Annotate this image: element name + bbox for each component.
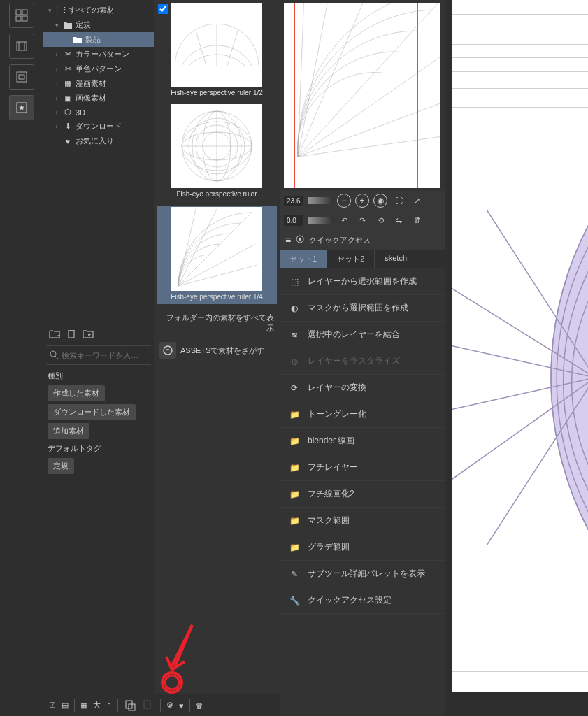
tab-set1[interactable]: セット1 <box>280 250 327 268</box>
tree-root[interactable]: ▾⋮⋮すべての素材 <box>43 3 154 17</box>
rotate-ccw-icon[interactable]: ↶ <box>337 213 351 227</box>
zoom-out-button[interactable]: − <box>337 194 351 208</box>
qa-item-gradient-range[interactable]: 📁グラデ範囲 <box>280 534 445 561</box>
flip-vertical-icon[interactable]: ⇵ <box>410 213 424 227</box>
navigator-preview[interactable] <box>280 0 445 191</box>
qa-item-layer-selection[interactable]: ⬚レイヤーから選択範囲を作成 <box>280 268 445 295</box>
heart-icon[interactable]: ♥ <box>179 701 184 710</box>
canvas[interactable] <box>445 0 588 716</box>
tree-folder-ruler[interactable]: ▾定規 <box>43 17 154 32</box>
list-view-icon[interactable]: ▤ <box>62 701 69 710</box>
qa-item-mask-selection[interactable]: ◐マスクから選択範囲を作成 <box>280 295 445 322</box>
chip-ruler[interactable]: 定規 <box>48 458 74 474</box>
tree-mono-pattern[interactable]: ›✂単色パターン <box>43 62 154 76</box>
qa-item-rasterize[interactable]: ◍レイヤーをラスタライズ <box>280 348 445 375</box>
svg-rect-3 <box>22 16 27 21</box>
angle-slider[interactable] <box>308 217 333 224</box>
svg-line-40 <box>298 3 305 157</box>
tab-set2[interactable]: セット2 <box>327 250 375 268</box>
tree-label: すべての素材 <box>69 5 115 15</box>
menu-icon[interactable]: ≡ <box>285 234 291 245</box>
asset-checkbox-3[interactable] <box>158 4 168 14</box>
qa-item-qa-settings[interactable]: 🔧クイックアクセス設定 <box>280 587 445 614</box>
svg-text:+: + <box>57 332 60 338</box>
app-icon-film[interactable] <box>9 34 34 59</box>
tree-label: 漫画素材 <box>76 78 106 89</box>
trash-icon[interactable]: 🗑 <box>196 701 203 710</box>
qa-item-edge-line2[interactable]: 📁フチ線画化2 <box>280 481 445 508</box>
qa-item-edge-layer[interactable]: 📁フチレイヤー <box>280 454 445 481</box>
tree-label: ダウンロード <box>76 121 122 131</box>
tree-download[interactable]: ›⬇ダウンロード <box>43 119 154 134</box>
tree-folder-product[interactable]: 製品 <box>43 32 154 47</box>
chip-created[interactable]: 作成した素材 <box>48 385 105 401</box>
assets-search-link[interactable]: ASSETSで素材をさがす <box>157 339 277 361</box>
svg-point-33 <box>164 346 172 355</box>
rasterize-icon: ◍ <box>288 357 301 366</box>
chevron-up-icon[interactable]: ⌃ <box>106 702 112 709</box>
grid-dots-icon: ⋮⋮ <box>56 6 66 15</box>
flip-horizontal-icon[interactable]: ⇋ <box>392 213 406 227</box>
paste-to-canvas-icon[interactable] <box>124 699 136 712</box>
fit-screen-icon[interactable]: ⛶ <box>392 194 406 208</box>
svg-rect-8 <box>19 75 24 79</box>
asset-bottom-toolbar: ☑ ▤ ▦ 大 ⌃ ⚙ ♥ 🗑 <box>43 694 280 716</box>
cube-icon: ⬡ <box>63 108 73 117</box>
edit-folder-icon[interactable] <box>83 329 94 340</box>
delete-folder-icon[interactable] <box>66 329 77 340</box>
folder-icon: 📁 <box>288 410 301 420</box>
tree-favorite[interactable]: ♥お気に入り <box>43 134 154 148</box>
rotate-cw-icon[interactable]: ↷ <box>355 213 369 227</box>
target-icon <box>295 234 305 245</box>
chip-downloaded[interactable]: ダウンロードした素材 <box>48 404 136 420</box>
search-icon <box>49 350 59 361</box>
search-input[interactable] <box>62 351 158 359</box>
svg-point-13 <box>50 351 56 357</box>
qa-item-tone-gray[interactable]: 📁トーングレー化 <box>280 401 445 428</box>
tree-color-pattern[interactable]: ›✂カラーパターン <box>43 47 154 62</box>
qa-item-convert-layer[interactable]: ⟳レイヤーの変換 <box>280 375 445 401</box>
grid-view-icon[interactable]: ▦ <box>80 701 87 710</box>
chip-added[interactable]: 追加素材 <box>48 423 89 439</box>
qa-item-mask-range[interactable]: 📁マスク範囲 <box>280 508 445 534</box>
check-icon[interactable]: ☑ <box>49 701 56 710</box>
asset-item-1[interactable]: Fish-eye perspective ruler 1/2 <box>157 3 277 99</box>
svg-line-37 <box>298 136 440 157</box>
tree-3d[interactable]: ›⬡3D <box>43 106 154 119</box>
folder-icon <box>73 36 83 44</box>
tree-image[interactable]: ›▣画像素材 <box>43 91 154 106</box>
quick-access-title: クイックアクセス <box>309 235 371 245</box>
angle-value[interactable]: 0.0 <box>284 215 303 226</box>
zoom-value[interactable]: 23.6 <box>284 196 303 206</box>
svg-line-39 <box>298 3 333 157</box>
asset-label: Fish-eye perspective ruler 1/4 <box>158 291 275 303</box>
folder-icon: 📁 <box>288 489 301 499</box>
asset-item-2[interactable]: Fish-eye perspective ruler <box>157 104 277 200</box>
app-icon-star[interactable] <box>9 95 34 120</box>
zoom-slider[interactable] <box>308 197 333 204</box>
frame-icon: ▦ <box>63 79 73 88</box>
zoom-in-button[interactable]: + <box>355 194 369 208</box>
size-label[interactable]: 大 <box>93 700 101 710</box>
svg-rect-7 <box>17 72 27 82</box>
convert-icon: ⟳ <box>288 383 301 393</box>
qa-item-subtool-detail[interactable]: ✎サブツール詳細パレットを表示 <box>280 561 445 587</box>
svg-rect-51 <box>144 701 150 708</box>
new-folder-icon[interactable]: + <box>49 329 60 340</box>
app-icon-archive[interactable] <box>9 64 34 90</box>
folder-icon <box>63 21 73 29</box>
asset-item-3[interactable]: Fish-eye perspective ruler 1/4 <box>157 206 277 304</box>
qa-item-merge-layers[interactable]: ≋選択中のレイヤーを結合 <box>280 322 445 348</box>
tree-manga[interactable]: ›▦漫画素材 <box>43 76 154 91</box>
svg-line-31 <box>178 209 217 286</box>
gear-icon[interactable]: ⚙ <box>166 701 173 710</box>
reset-rotation-icon[interactable]: ⟲ <box>373 213 387 227</box>
show-all-link[interactable]: フォルダー内の素材をすべて表示 <box>157 307 277 339</box>
qa-item-blender-line[interactable]: 📁blender 線画 <box>280 428 445 454</box>
tab-sketch[interactable]: sketch <box>375 250 417 268</box>
svg-line-28 <box>178 213 252 286</box>
expand-icon[interactable]: ⤢ <box>410 194 424 208</box>
svg-line-14 <box>55 356 58 359</box>
zoom-fit-button[interactable]: ◉ <box>373 194 387 208</box>
app-icon-grid[interactable] <box>9 3 34 28</box>
